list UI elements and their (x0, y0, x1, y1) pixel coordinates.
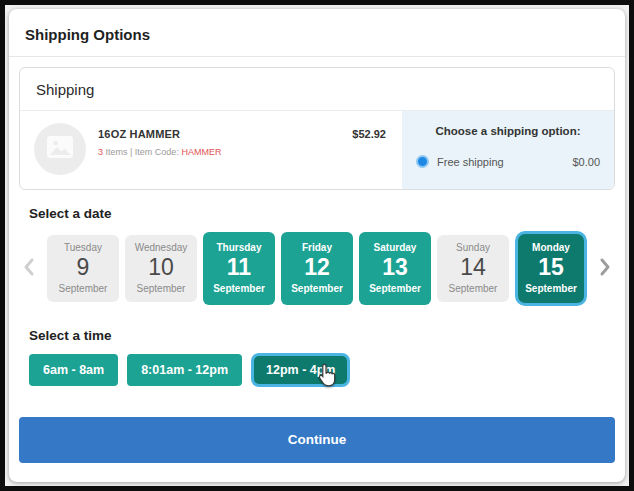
product-name: 16OZ HAMMER (98, 128, 221, 140)
shipping-section-title: Shipping (20, 68, 614, 111)
product-price: $52.92 (352, 123, 402, 175)
date-carousel-track: Tuesday 9 September Wednesday 10 Septemb… (47, 231, 587, 306)
date-card-thursday-11[interactable]: Thursday 11 September (203, 232, 275, 305)
time-slot-row: 6am - 8am 8:01am - 12pm 12pm - 4pm (9, 343, 625, 387)
time-slot-button[interactable]: 12pm - 4pm (251, 353, 350, 387)
date-card-daynumber: 11 (203, 254, 275, 282)
time-slot-button[interactable]: 8:01am - 12pm (127, 354, 242, 386)
shipping-option-free-shipping[interactable]: Free shipping $0.00 (416, 155, 600, 168)
date-card-month: September (359, 283, 431, 294)
shipping-summary-card: Shipping 16OZ HAMMER (19, 67, 615, 190)
time-slot-label: 6am - 8am (43, 363, 104, 377)
date-card-weekday: Tuesday (47, 242, 119, 253)
shipping-options-modal: Shipping Options Shipping (9, 9, 625, 482)
date-card-daynumber: 10 (125, 254, 197, 282)
radio-selected-icon[interactable] (416, 155, 429, 168)
date-card-weekday: Friday (281, 242, 353, 253)
shipping-option-heading: Choose a shipping option: (416, 125, 600, 137)
shipping-option-panel: Choose a shipping option: Free shipping … (402, 111, 614, 189)
date-card-weekday: Saturday (359, 242, 431, 253)
select-date-heading: Select a date (29, 206, 605, 221)
date-card-month: September (47, 283, 119, 294)
chevron-right-icon (599, 257, 611, 280)
product-meta: 3 Items | Item Code: HAMMER (98, 147, 221, 157)
date-card-friday-12[interactable]: Friday 12 September (281, 232, 353, 305)
time-slot-label: 12pm - 4pm (266, 363, 335, 377)
date-card-weekday: Wednesday (125, 242, 197, 253)
date-card-sunday-14[interactable]: Sunday 14 September (437, 235, 509, 302)
date-card-month: September (518, 283, 584, 294)
date-carousel: Tuesday 9 September Wednesday 10 Septemb… (9, 221, 625, 306)
product-info: 16OZ HAMMER 3 Items | Item Code: HAMMER (98, 123, 221, 175)
date-card-daynumber: 12 (281, 254, 353, 282)
shipping-option-price: $0.00 (572, 156, 600, 168)
date-card-daynumber: 15 (518, 254, 584, 282)
stage-background: Shipping Options Shipping (5, 5, 629, 486)
select-time-heading: Select a time (29, 328, 605, 343)
chevron-left-icon (23, 257, 35, 280)
time-slot-label: 8:01am - 12pm (141, 363, 228, 377)
date-card-month: September (281, 283, 353, 294)
date-card-daynumber: 13 (359, 254, 431, 282)
date-card-month: September (125, 283, 197, 294)
next-dates-button[interactable] (593, 257, 617, 280)
date-card-weekday: Monday (518, 242, 584, 253)
product-item-code: HAMMER (181, 147, 221, 157)
date-card-monday-15[interactable]: Monday 15 September (515, 231, 587, 306)
product-meta-separator: Items | Item Code: (103, 147, 181, 157)
date-card-weekday: Thursday (203, 242, 275, 253)
date-card-saturday-13[interactable]: Saturday 13 September (359, 232, 431, 305)
shipping-option-label: Free shipping (437, 156, 504, 168)
product-details: 16OZ HAMMER 3 Items | Item Code: HAMMER … (20, 111, 402, 189)
product-image-placeholder (34, 123, 86, 175)
date-card-wednesday-10[interactable]: Wednesday 10 September (125, 235, 197, 302)
date-card-month: September (437, 283, 509, 294)
date-card-daynumber: 9 (47, 254, 119, 282)
date-card-weekday: Sunday (437, 242, 509, 253)
time-slot-button[interactable]: 6am - 8am (29, 354, 118, 386)
date-card-daynumber: 14 (437, 254, 509, 282)
date-card-month: September (203, 283, 275, 294)
page-title: Shipping Options (9, 9, 625, 57)
date-card-tuesday-9[interactable]: Tuesday 9 September (47, 235, 119, 302)
photo-icon (47, 136, 73, 162)
product-row: 16OZ HAMMER 3 Items | Item Code: HAMMER … (20, 111, 614, 189)
prev-dates-button[interactable] (17, 257, 41, 280)
continue-button[interactable]: Continue (19, 417, 615, 463)
